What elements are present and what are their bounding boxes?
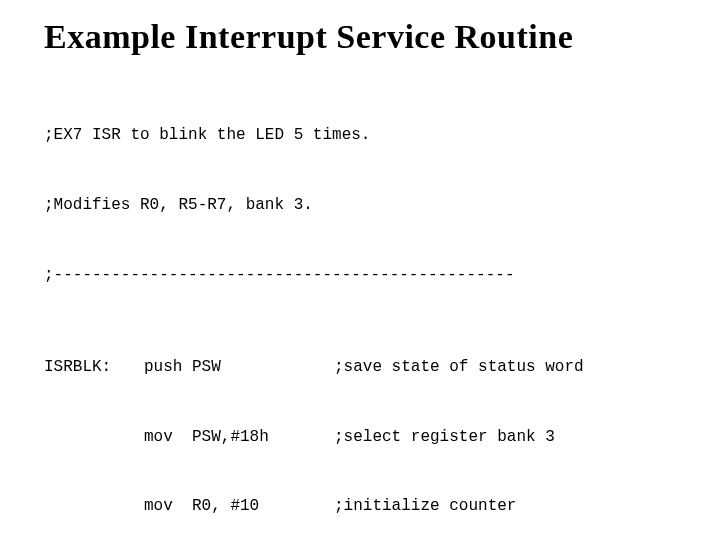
- code-block: ;EX7 ISR to blink the LED 5 times. ;Modi…: [44, 78, 692, 540]
- code-label: [44, 426, 144, 449]
- code-comment-line: ;Modifies R0, R5-R7, bank 3.: [44, 194, 692, 217]
- code-comment-line: ;EX7 ISR to blink the LED 5 times.: [44, 124, 692, 147]
- code-label: [44, 495, 144, 518]
- code-comment: ;select register bank 3: [334, 426, 692, 449]
- code-comment: ;save state of status word: [334, 356, 692, 379]
- code-row: ISRBLK: push PSW ;save state of status w…: [44, 356, 692, 379]
- code-comment-line: ;---------------------------------------…: [44, 264, 692, 287]
- code-instr: push PSW: [144, 356, 334, 379]
- code-instr: mov R0, #10: [144, 495, 334, 518]
- code-row: mov PSW,#18h ;select register bank 3: [44, 426, 692, 449]
- code-instr: mov PSW,#18h: [144, 426, 334, 449]
- code-row: mov R0, #10 ;initialize counter: [44, 495, 692, 518]
- code-comment: ;initialize counter: [334, 495, 692, 518]
- slide: Example Interrupt Service Routine ;EX7 I…: [0, 0, 720, 540]
- slide-title: Example Interrupt Service Routine: [44, 18, 692, 56]
- code-label: ISRBLK:: [44, 356, 144, 379]
